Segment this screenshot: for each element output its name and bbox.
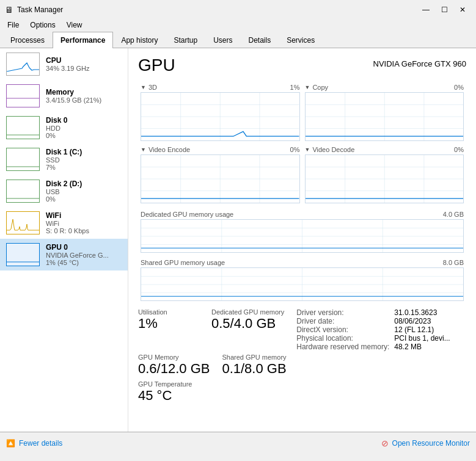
tab-details[interactable]: Details (240, 32, 279, 48)
gpu0-model: NVIDIA GeForce G... (46, 252, 122, 259)
chart-video-encode: ▼ Video Encode 0% (138, 143, 302, 206)
chart-decode-label: ▼ Video Decode (305, 146, 355, 153)
directx-row: DirectX version: 12 (FL 12.1) (296, 325, 450, 334)
disk1-usage: 7% (46, 164, 122, 171)
stat-shared-mem-value: 0.1/8.0 GB (222, 361, 286, 377)
driver-version-row: Driver version: 31.0.15.3623 (296, 308, 450, 317)
app-icon: 🖥 (5, 5, 13, 15)
wifi-type: WiFi (46, 220, 122, 227)
stat-utilisation: Utilisation 1% (138, 308, 199, 351)
menu-file[interactable]: File (2, 20, 24, 31)
tab-services[interactable]: Services (279, 32, 323, 48)
chart-decode-label-row: ▼ Video Decode 0% (305, 146, 464, 153)
tab-processes[interactable]: Processes (2, 32, 53, 48)
stat-utilisation-label: Utilisation (138, 308, 199, 316)
disk1-name: Disk 1 (C:) (46, 148, 122, 156)
close-button[interactable]: ✕ (454, 4, 471, 16)
stat-temp-block: GPU Temperature 45 °C (138, 380, 466, 404)
stat-utilisation-value: 1% (138, 316, 199, 332)
chart-encode-label-row: ▼ Video Encode 0% (141, 146, 300, 153)
wifi-info: WiFi WiFi S: 0 R: 0 Kbps (46, 211, 122, 234)
driver-date-label: Driver date: (296, 317, 394, 325)
disk2-info: Disk 2 (D:) USB 0% (46, 180, 122, 203)
stat-dedicated-mem: Dedicated GPU memory 0.5/4.0 GB (211, 308, 284, 351)
disk0-name: Disk 0 (46, 116, 122, 125)
disk2-type: USB (46, 188, 122, 195)
chart-encode-label: ▼ Video Encode (141, 146, 190, 153)
memory-usage: 3.4/15.9 GB (21%) (46, 96, 122, 104)
svg-rect-3 (7, 148, 40, 171)
shared-mem-max: 8.0 GB (443, 259, 464, 266)
title-bar: 🖥 Task Manager — ☐ ✕ (0, 0, 476, 18)
detail-header: GPU NVIDIA GeForce GTX 960 (138, 56, 466, 75)
sidebar-item-disk1[interactable]: Disk 1 (C:) SSD 7% (0, 143, 128, 175)
disk2-thumbnail (6, 180, 40, 203)
tab-startup[interactable]: Startup (166, 32, 205, 48)
chart-3d-percent: 1% (290, 84, 300, 91)
bottom-bar: 🔼 Fewer details ⊘ Open Resource Monitor (0, 432, 476, 454)
gpu0-usage: 1% (45 °C) (46, 259, 122, 266)
physical-location-label: Physical location: (296, 334, 394, 343)
sidebar-item-disk2[interactable]: Disk 2 (D:) USB 0% (0, 175, 128, 207)
hardware-reserved-row: Hardware reserved memory: 48.2 MB (296, 343, 450, 351)
open-resource-monitor-btn[interactable]: ⊘ Open Resource Monitor (381, 438, 470, 448)
disk0-usage: 0% (46, 132, 122, 139)
hardware-reserved-value: 48.2 MB (394, 343, 450, 351)
gpu0-name: GPU 0 (46, 243, 122, 252)
chart-3d-label: ▼ 3D (141, 84, 157, 91)
chart-copy-percent: 0% (454, 84, 464, 91)
driver-info-block: Driver version: 31.0.15.3623 Driver date… (296, 308, 466, 351)
chevron-down-icon: ▼ (141, 84, 146, 90)
chart-3d-label-row: ▼ 3D 1% (141, 84, 300, 91)
minimize-button[interactable]: — (417, 4, 434, 16)
sidebar-item-disk0[interactable]: Disk 0 HDD 0% (0, 112, 128, 143)
driver-date-value: 08/06/2023 (394, 317, 450, 325)
svg-rect-6 (7, 244, 40, 266)
chart-encode-percent: 0% (290, 146, 300, 153)
shared-mem-chart (141, 267, 464, 301)
memory-thumbnail (6, 84, 40, 107)
svg-rect-0 (7, 53, 40, 76)
chart-3d-box (141, 92, 300, 141)
svg-rect-1 (7, 85, 40, 107)
stat-temp-label: GPU Temperature (138, 380, 466, 388)
sidebar-item-memory[interactable]: Memory 3.4/15.9 GB (21%) (0, 80, 128, 112)
cpu-usage: 34% 3.19 GHz (46, 65, 122, 72)
dedicated-mem-chart (141, 219, 464, 253)
tab-app-history[interactable]: App history (113, 32, 166, 48)
chevron-up-icon: 🔼 (6, 439, 15, 448)
tab-performance[interactable]: Performance (53, 32, 113, 48)
menu-view[interactable]: View (62, 20, 87, 31)
physical-location-value: PCI bus 1, devi... (394, 334, 450, 343)
disk0-thumbnail (6, 116, 40, 139)
svg-rect-5 (7, 212, 40, 234)
stats-row-2: GPU Memory 0.6/12.0 GB Shared GPU memory… (138, 354, 466, 377)
memory-info: Memory 3.4/15.9 GB (21%) (46, 88, 122, 104)
detail-title: GPU (138, 56, 175, 75)
disk2-usage: 0% (46, 195, 122, 203)
maximize-button[interactable]: ☐ (436, 4, 453, 16)
wifi-speed: S: 0 R: 0 Kbps (46, 227, 122, 234)
chevron-down-icon-2: ▼ (305, 84, 310, 90)
cpu-info: CPU 34% 3.19 GHz (46, 56, 122, 72)
detail-panel: GPU NVIDIA GeForce GTX 960 ▼ 3D 1% (128, 48, 476, 432)
detail-gpu-name: NVIDIA GeForce GTX 960 (373, 59, 466, 68)
disk1-type: SSD (46, 156, 122, 164)
sidebar-item-cpu[interactable]: CPU 34% 3.19 GHz (0, 48, 128, 80)
stat-dedicated-mem-value: 0.5/4.0 GB (211, 316, 284, 332)
resource-monitor-icon: ⊘ (381, 438, 389, 448)
menu-bar: File Options View (0, 18, 476, 32)
fewer-details-btn[interactable]: 🔼 Fewer details (6, 439, 62, 448)
sidebar-item-gpu0[interactable]: GPU 0 NVIDIA GeForce G... 1% (45 °C) (0, 239, 128, 270)
shared-mem-label-row: Shared GPU memory usage 8.0 GB (141, 259, 464, 266)
dedicated-memory-section: Dedicated GPU memory usage 4.0 GB (138, 208, 466, 255)
tab-users[interactable]: Users (205, 32, 240, 48)
gpu0-thumbnail (6, 243, 40, 266)
sidebar-item-wifi[interactable]: WiFi WiFi S: 0 R: 0 Kbps (0, 207, 128, 239)
wifi-thumbnail (6, 211, 40, 234)
cpu-name: CPU (46, 56, 122, 65)
open-resource-monitor-label: Open Resource Monitor (392, 439, 470, 448)
charts-grid: ▼ 3D 1% (138, 81, 466, 206)
disk2-name: Disk 2 (D:) (46, 180, 122, 188)
menu-options[interactable]: Options (25, 20, 60, 31)
